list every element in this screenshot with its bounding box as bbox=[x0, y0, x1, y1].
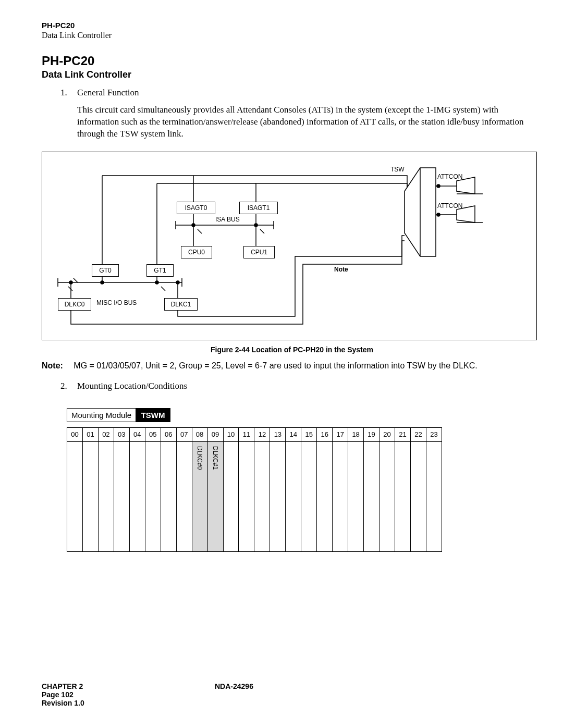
slot-cell bbox=[82, 441, 98, 551]
page-footer: CHAPTER 2 NDA-24296 Page 102 Revision 1.… bbox=[42, 682, 84, 707]
system-diagram: ISAGT0 ISAGT1 ISA BUS CPU0 CPU1 GT0 GT1 … bbox=[42, 152, 537, 340]
slot-header: 23 bbox=[426, 427, 442, 441]
running-header-subtitle: Data Link Controller bbox=[42, 31, 542, 40]
running-header-model: PH-PC20 bbox=[42, 21, 542, 30]
page-title-model: PH-PC20 bbox=[42, 54, 542, 68]
note-row: Note: MG = 01/03/05/07, Unit = 2, Group … bbox=[42, 361, 542, 371]
note-label: Note: bbox=[42, 361, 63, 370]
svg-line-33 bbox=[74, 278, 78, 282]
diagram-gt0: GT0 bbox=[92, 264, 119, 277]
slot-table: 0001020304050607080910111213141516171819… bbox=[67, 427, 442, 552]
slot-cell bbox=[364, 441, 380, 551]
slot-header: 00 bbox=[67, 427, 83, 441]
slot-cell bbox=[333, 441, 348, 551]
diagram-dlkc0: DLKC0 bbox=[58, 298, 91, 311]
diagram-attcon1-label: ATTCON bbox=[437, 173, 462, 180]
svg-point-4 bbox=[437, 184, 440, 188]
mounting-module-row: Mounting Module TSWM bbox=[67, 408, 542, 422]
diagram-isa-bus-label: ISA BUS bbox=[215, 216, 240, 223]
figure-caption: Figure 2-44 Location of PC-PH20 in the S… bbox=[42, 346, 542, 354]
slot-cell bbox=[114, 441, 129, 551]
slot-header: 17 bbox=[333, 427, 348, 441]
slot-cell bbox=[395, 441, 411, 551]
slot-cell bbox=[286, 441, 301, 551]
slot-header: 21 bbox=[395, 427, 411, 441]
svg-point-36 bbox=[69, 281, 72, 284]
note-text: MG = 01/03/05/07, Unit = 2, Group = 25, … bbox=[74, 361, 477, 370]
diagram-attcon2-label: ATTCON bbox=[437, 202, 462, 209]
diagram-cpu1: CPU1 bbox=[243, 246, 275, 258]
diagram-isagt0: ISAGT0 bbox=[177, 202, 215, 214]
slot-09-label: DLKC#1 bbox=[212, 442, 219, 470]
slot-cell bbox=[270, 441, 286, 551]
slot-header: 04 bbox=[129, 427, 145, 441]
slot-header: 19 bbox=[364, 427, 380, 441]
slot-header: 11 bbox=[239, 427, 254, 441]
slot-header: 15 bbox=[301, 427, 317, 441]
footer-page: Page 102 bbox=[42, 690, 84, 699]
list-label-1: General Function bbox=[77, 88, 139, 98]
slot-header: 02 bbox=[98, 427, 114, 441]
slot-cell bbox=[317, 441, 333, 551]
slot-header: 22 bbox=[410, 427, 426, 441]
slot-header: 16 bbox=[317, 427, 333, 441]
slot-cell bbox=[254, 441, 270, 551]
slot-cell bbox=[380, 441, 395, 551]
list-number-1: 1. bbox=[60, 88, 77, 98]
svg-point-31 bbox=[155, 281, 158, 284]
slot-cell bbox=[348, 441, 364, 551]
diagram-isagt1: ISAGT1 bbox=[239, 202, 278, 214]
slot-cell bbox=[301, 441, 317, 551]
slot-cell bbox=[239, 441, 254, 551]
svg-line-32 bbox=[68, 287, 72, 291]
slot-header: 20 bbox=[380, 427, 395, 441]
svg-point-30 bbox=[101, 281, 104, 284]
diagram-gt1: GT1 bbox=[146, 264, 174, 277]
slot-cell: DLKC#1 bbox=[207, 441, 223, 551]
diagram-misc-io-label: MISC I/O BUS bbox=[96, 299, 137, 306]
svg-line-34 bbox=[161, 287, 165, 291]
slot-cell bbox=[98, 441, 114, 551]
footer-revision: Revision 1.0 bbox=[42, 699, 84, 707]
slot-cell bbox=[426, 441, 442, 551]
slot-header: 18 bbox=[348, 427, 364, 441]
footer-doc: NDA-24296 bbox=[215, 682, 253, 690]
diagram-tsw-label: TSW bbox=[390, 166, 405, 173]
slot-header: 05 bbox=[145, 427, 161, 441]
slot-header: 06 bbox=[161, 427, 176, 441]
slot-header: 08 bbox=[192, 427, 207, 441]
diagram-dlkc1: DLKC1 bbox=[164, 298, 198, 311]
diagram-cpu0: CPU0 bbox=[181, 246, 212, 258]
mounting-module-badge: TSWM bbox=[136, 408, 171, 422]
slot-header: 12 bbox=[254, 427, 270, 441]
slot-cell: DLKC#0 bbox=[192, 441, 207, 551]
slot-cell bbox=[129, 441, 145, 551]
slot-header: 07 bbox=[176, 427, 192, 441]
mounting-module-label: Mounting Module bbox=[67, 408, 136, 422]
general-function-body: This circuit card simultaneously provide… bbox=[77, 104, 542, 140]
svg-point-38 bbox=[176, 281, 179, 284]
slot-header: 01 bbox=[82, 427, 98, 441]
slot-cell bbox=[145, 441, 161, 551]
slot-header: 03 bbox=[114, 427, 129, 441]
slot-cell bbox=[176, 441, 192, 551]
list-label-2: Mounting Location/Conditions bbox=[77, 381, 187, 391]
svg-line-18 bbox=[260, 229, 264, 233]
slot-08-label: DLKC#0 bbox=[196, 442, 203, 470]
slot-cell bbox=[67, 441, 83, 551]
page-title-subtitle: Data Link Controller bbox=[42, 69, 542, 80]
list-number-2: 2. bbox=[60, 381, 77, 391]
slot-cell bbox=[410, 441, 426, 551]
slot-header: 09 bbox=[207, 427, 223, 441]
slot-header: 14 bbox=[286, 427, 301, 441]
footer-chapter: CHAPTER 2 bbox=[42, 682, 83, 690]
svg-point-5 bbox=[437, 213, 440, 216]
svg-line-17 bbox=[198, 229, 202, 233]
slot-header: 13 bbox=[270, 427, 286, 441]
diagram-note-label: Note bbox=[334, 266, 348, 273]
slot-cell bbox=[223, 441, 239, 551]
slot-header: 10 bbox=[223, 427, 239, 441]
slot-cell bbox=[161, 441, 176, 551]
